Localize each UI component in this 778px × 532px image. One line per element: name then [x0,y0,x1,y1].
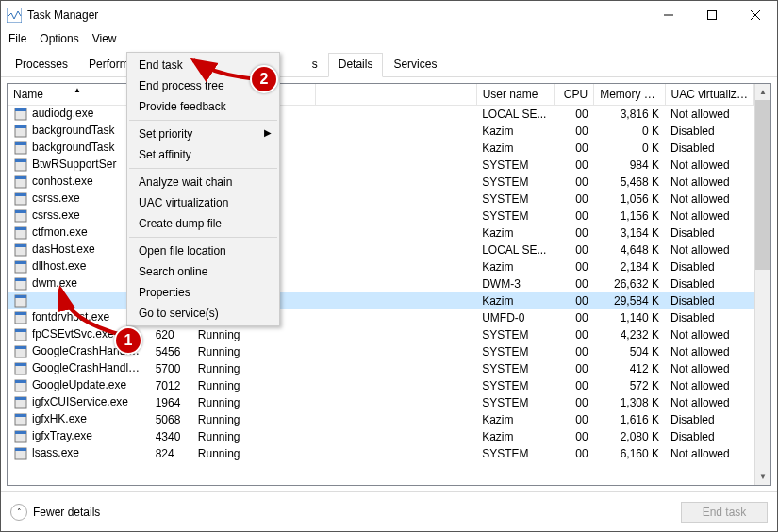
cell-cpu: 00 [555,377,594,394]
cell-mem: 0 K [594,123,665,140]
col-user[interactable]: User name [476,84,554,106]
cell-cpu: 00 [555,411,594,428]
svg-rect-10 [15,142,26,145]
table-row[interactable]: ctfmon.exeKazim003,164 KDisabled [8,224,754,241]
menu-file[interactable]: File [8,32,26,45]
cell-user: DWM-3 [476,275,554,292]
tab-users-partial[interactable]: s [309,53,328,77]
cell-cpu: 00 [555,224,594,241]
table-row[interactable]: BtwRSupportSerSYSTEM00984 KNot allowed [8,157,754,174]
table-row[interactable]: igfxCUIService.exe1964RunningSYSTEM001,3… [8,394,754,411]
tab-services[interactable]: Services [383,53,447,77]
tab-details[interactable]: Details [328,53,384,77]
cell-uac: Not allowed [665,157,753,174]
minimize-button[interactable] [647,1,690,29]
process-name: igfxTray.exe [32,429,92,442]
content-area: Name ▲ PID Status User name CPU Memory (… [1,77,777,491]
col-uac[interactable]: UAC virtualizat... [665,84,753,106]
cell-user: Kazim [476,123,554,140]
table-row[interactable]: dllhost.exeKazim002,184 KDisabled [8,258,754,275]
table-row[interactable]: dasHost.exeLOCAL SE...004,648 KNot allow… [8,241,754,258]
cell-uac: Disabled [665,224,753,241]
vertical-scrollbar[interactable]: ▲ ▼ [754,84,770,485]
cell-status: Running [192,411,316,428]
table-row[interactable]: audiodg.exeLOCAL SE...003,816 KNot allow… [8,106,754,124]
cell-cpu: 00 [555,106,594,124]
cell-pid: 5456 [150,343,192,360]
context-menu-item[interactable]: Open file location [127,241,279,261]
col-spacer[interactable] [315,84,476,106]
maximize-button[interactable] [690,1,734,29]
cell-uac: Disabled [665,258,753,275]
table-row[interactable]: GoogleCrashHandler...5700RunningSYSTEM00… [8,360,754,377]
table-row[interactable]: csrss.exeSYSTEM001,056 KNot allowed [8,191,754,208]
svg-rect-32 [15,329,26,332]
context-menu-item[interactable]: Analyze wait chain [127,172,279,192]
table-row[interactable]: GoogleUpdate.exe7012RunningSYSTEM00572 K… [8,377,754,394]
cell-status: Running [192,343,316,360]
cell-uac: Not allowed [665,174,753,191]
context-menu-item[interactable]: UAC virtualization [127,192,279,213]
cell-uac: Not allowed [665,106,753,124]
menu-options[interactable]: Options [40,32,78,45]
scroll-up-button[interactable]: ▲ [755,84,770,100]
process-name: dllhost.exe [32,259,86,273]
context-menu-item[interactable]: Set priority▶ [127,124,279,144]
process-name: GoogleCrashHandler... [32,361,147,374]
cell-uac: Disabled [665,140,753,157]
process-name: lsass.exe [32,446,79,459]
context-menu-item[interactable]: Create dump file [127,213,279,234]
context-menu-item[interactable]: Search online [127,261,279,282]
table-row[interactable]: Kazim0029,584 KDisabled [8,292,754,309]
table-row[interactable]: backgroundTaskKazim000 KDisabled [8,123,754,140]
cell-pid: 1964 [150,394,192,411]
process-icon [13,395,28,410]
process-name: audiodg.exe [32,107,93,120]
window-title: Task Manager [27,8,647,22]
table-row[interactable]: dwm.exeDWM-30026,632 KDisabled [8,275,754,292]
process-icon [13,429,28,444]
scroll-down-button[interactable]: ▼ [755,469,770,485]
table-row[interactable]: fontdrvhost.exe972RunningUMFD-0001,140 K… [8,309,754,326]
tab-processes[interactable]: Processes [5,53,78,77]
col-mem[interactable]: Memory (a... [594,84,665,106]
menu-separator [129,120,277,121]
context-menu-item[interactable]: Set affinity [127,144,279,165]
process-icon [13,412,28,427]
cell-mem: 1,056 K [594,191,665,208]
table-row[interactable]: igfxHK.exe5068RunningKazim001,616 KDisab… [8,411,754,428]
process-table[interactable]: Name ▲ PID Status User name CPU Memory (… [8,84,754,462]
cell-mem: 6,160 K [594,445,665,462]
scroll-thumb[interactable] [755,100,770,270]
table-row[interactable]: backgroundTaskKazim000 KDisabled [8,140,754,157]
svg-rect-2 [708,11,717,20]
table-row[interactable]: igfxTray.exe4340RunningKazim002,080 KDis… [8,428,754,445]
chevron-up-icon: ˄ [10,504,27,521]
cell-user: UMFD-0 [476,309,554,326]
svg-rect-26 [15,278,26,281]
context-menu-item[interactable]: Go to service(s) [127,303,279,324]
process-icon [13,158,28,173]
end-task-button[interactable]: End task [681,502,768,523]
close-button[interactable] [734,1,777,29]
context-menu-item[interactable]: Provide feedback [127,96,279,117]
table-row[interactable]: conhost.exeSYSTEM005,468 KNot allowed [8,174,754,191]
callout-2: 2 [250,65,278,93]
process-icon [13,276,28,291]
process-icon [13,107,28,122]
cell-user: Kazim [476,258,554,275]
table-row[interactable]: csrss.exeSYSTEM001,156 KNot allowed [8,208,754,224]
context-menu-item[interactable]: Properties [127,282,279,303]
process-name: backgroundTask [32,141,114,154]
col-cpu[interactable]: CPU [555,84,594,106]
svg-rect-46 [15,448,26,451]
context-menu[interactable]: End taskEnd process treeProvide feedback… [126,52,280,326]
table-row[interactable]: lsass.exe824RunningSYSTEM006,160 KNot al… [8,445,754,462]
cell-pid: 5068 [150,411,192,428]
cell-cpu: 00 [555,275,594,292]
fewer-details-button[interactable]: ˄ Fewer details [10,504,100,521]
process-name: dwm.exe [32,276,77,290]
menu-view[interactable]: View [92,32,117,45]
cell-uac: Not allowed [665,377,753,394]
cell-cpu: 00 [555,123,594,140]
